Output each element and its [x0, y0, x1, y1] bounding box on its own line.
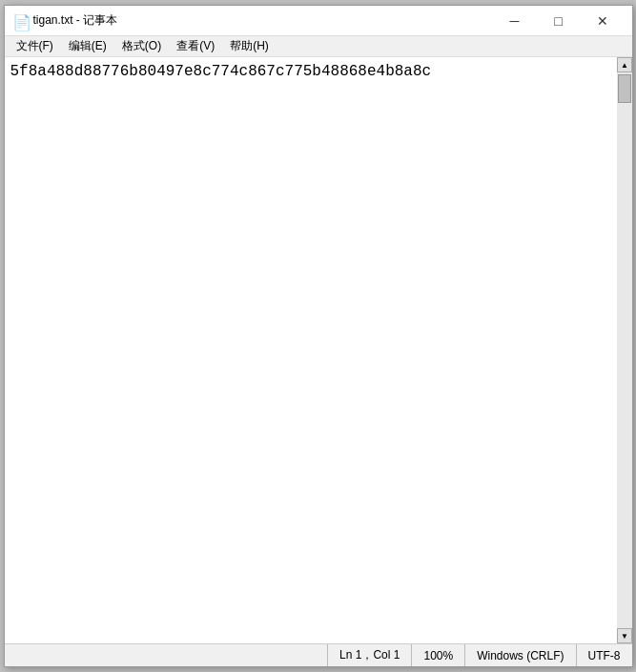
title-bar: 📄 tigan.txt - 记事本 ─ □ ✕ — [5, 6, 632, 36]
title-bar-left: 📄 tigan.txt - 记事本 — [12, 12, 118, 29]
menu-help[interactable]: 帮助(H) — [222, 36, 277, 56]
status-line-col: Ln 1，Col 1 — [328, 644, 412, 666]
menu-file[interactable]: 文件(F) — [9, 36, 61, 56]
scroll-up-arrow[interactable]: ▲ — [617, 57, 632, 72]
window-title: tigan.txt - 记事本 — [33, 12, 118, 29]
app-icon: 📄 — [12, 13, 28, 29]
status-section-spacer — [5, 644, 329, 666]
status-line-ending: Windows (CRLF) — [465, 644, 576, 666]
maximize-button[interactable]: □ — [537, 6, 581, 36]
status-zoom: 100% — [412, 644, 465, 666]
editor-area: ▲ ▼ — [5, 57, 632, 643]
menu-view[interactable]: 查看(V) — [169, 36, 222, 56]
menu-format[interactable]: 格式(O) — [114, 36, 169, 56]
minimize-button[interactable]: ─ — [493, 6, 537, 36]
status-bar: Ln 1，Col 1 100% Windows (CRLF) UTF-8 — [5, 643, 632, 666]
close-button[interactable]: ✕ — [581, 6, 625, 36]
notepad-window: 📄 tigan.txt - 记事本 ─ □ ✕ 文件(F) 编辑(E) 格式(O… — [4, 5, 633, 667]
editor-textarea[interactable] — [5, 57, 617, 643]
scroll-track[interactable] — [617, 72, 632, 628]
scrollbar-vertical[interactable]: ▲ ▼ — [617, 57, 632, 643]
status-encoding: UTF-8 — [577, 644, 632, 666]
menu-bar: 文件(F) 编辑(E) 格式(O) 查看(V) 帮助(H) — [5, 36, 632, 57]
scroll-thumb[interactable] — [618, 74, 631, 103]
scroll-down-arrow[interactable]: ▼ — [617, 628, 632, 643]
window-controls: ─ □ ✕ — [493, 6, 625, 36]
menu-edit[interactable]: 编辑(E) — [61, 36, 114, 56]
